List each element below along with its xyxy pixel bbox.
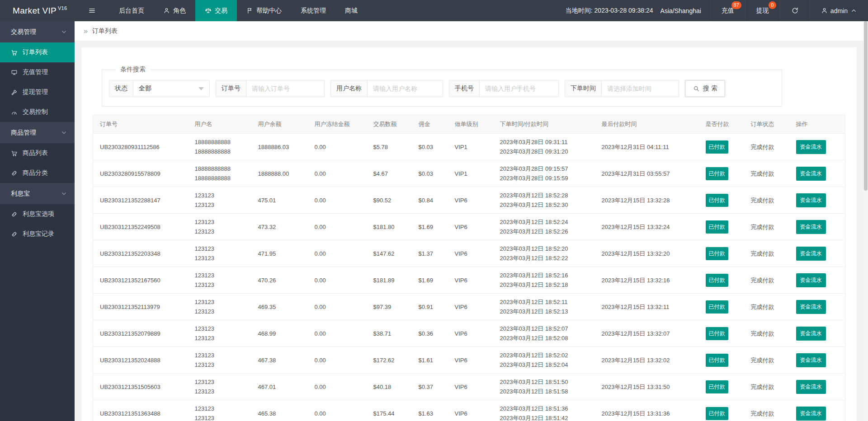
username-input[interactable] — [368, 80, 443, 97]
order-no-cell: UB2303121352024888 — [93, 347, 188, 374]
sidebar-item-withdraw-manage[interactable]: 提现管理 — [0, 82, 75, 102]
cart-icon — [11, 150, 18, 157]
order-time-input[interactable] — [602, 80, 679, 97]
nav-item-home[interactable]: 后台首页 — [109, 0, 154, 21]
column-header: 操作 — [789, 115, 845, 134]
local-time-text: 当地时间: 2023-03-28 09:38:24 — [566, 7, 653, 15]
vip-level-cell: VIP6 — [448, 320, 493, 347]
vip-level-cell: VIP1 — [448, 134, 493, 160]
vip-level-cell: VIP6 — [448, 374, 493, 400]
fund-flow-button[interactable]: 资金流水 — [796, 247, 826, 261]
breadcrumb-arrow-icon: » — [84, 27, 88, 35]
fund-flow-button[interactable]: 资金流水 — [796, 300, 826, 314]
frozen-amount-cell: 0.00 — [308, 374, 367, 400]
fund-flow-button[interactable]: 资金流水 — [796, 220, 826, 234]
balance-cell: 1888888.00 — [251, 160, 308, 187]
vip-level-cell: VIP6 — [448, 294, 493, 320]
sidebar-group-lixibao[interactable]: 利息宝 — [0, 183, 75, 204]
order-time-cell: 2023年03月28日 09:15:572023年03月28日 09:15:59 — [493, 160, 595, 187]
admin-username: admin — [830, 7, 848, 14]
fund-flow-button[interactable]: 资金流水 — [796, 380, 826, 394]
last-pay-time-cell: 2023年12月15日 13:32:02 — [595, 347, 699, 374]
withdraw-menu-item[interactable]: 提现 0 — [745, 0, 780, 21]
username-cell: 123123123123 — [188, 267, 251, 294]
page-scrollbar-thumb[interactable] — [864, 21, 868, 191]
fund-flow-button[interactable]: 资金流水 — [796, 167, 826, 181]
vip-level-cell: VIP6 — [448, 187, 493, 214]
fund-flow-button[interactable]: 资金流水 — [796, 327, 826, 341]
order-no-cell: UB2303280915578809 — [93, 160, 188, 187]
order-status-cell: 完成付款 — [744, 134, 789, 160]
order-list-card: 条件搜索 状态 全部 订单号 — [81, 47, 857, 421]
balance-cell: 467.01 — [251, 374, 308, 400]
nav-item-trade[interactable]: 交易 — [195, 0, 237, 21]
app-title: Market VIP — [13, 6, 57, 16]
order-no-cell: UB2303121352288147 — [93, 187, 188, 214]
sidebar-item-recharge-manage[interactable]: 充值管理 — [0, 62, 75, 82]
nav-item-label: 角色 — [173, 7, 186, 15]
order-status-cell: 完成付款 — [744, 400, 789, 421]
paid-status-badge: 已付款 — [706, 220, 728, 234]
sidebar-group-trade-manage[interactable]: 交易管理 — [0, 21, 75, 42]
commission-cell: $0.36 — [412, 320, 448, 347]
vip-level-cell: VIP6 — [448, 347, 493, 374]
sidebar-item-order-list[interactable]: 订单列表 — [0, 42, 75, 62]
local-time: 当地时间: 2023-03-28 09:38:24 Asia/Shanghai — [557, 0, 710, 21]
vip-level-cell: VIP6 — [448, 267, 493, 294]
commission-cell: $0.91 — [412, 294, 448, 320]
last-pay-time-cell: 2023年12月15日 13:32:28 — [595, 187, 699, 214]
sidebar-group-goods-manage[interactable]: 商品管理 — [0, 122, 75, 143]
balance-cell: 473.32 — [251, 214, 308, 240]
frozen-amount-cell: 0.00 — [308, 240, 367, 267]
orders-table-body: UB23032809311125861888888888818888888888… — [93, 134, 845, 421]
order-row: UB23032809311125861888888888818888888888… — [93, 134, 845, 160]
trade-amount-cell: $97.39 — [367, 294, 412, 320]
sidebar-item-lixibao-options[interactable]: 利息宝选项 — [0, 204, 75, 224]
order-no-input[interactable] — [246, 80, 324, 97]
order-row: UB2303121352203348123123123123471.950.00… — [93, 240, 845, 267]
admin-user-menu[interactable]: admin — [810, 0, 868, 21]
main-area: » 订单列表 条件搜索 状态 全部 — [75, 21, 868, 421]
column-header: 订单状态 — [744, 115, 789, 134]
nav-item-system[interactable]: 系统管理 — [291, 0, 335, 21]
phone-input[interactable] — [480, 80, 558, 97]
trade-amount-cell: $5.78 — [367, 134, 412, 160]
order-time-cell: 2023年03月28日 09:31:112023年03月28日 09:31:20 — [493, 134, 595, 160]
refresh-button[interactable] — [780, 0, 810, 21]
username-cell: 1888888888818888888888 — [188, 134, 251, 160]
sidebar-item-label: 提现管理 — [23, 88, 48, 96]
commission-cell: $1.69 — [412, 214, 448, 240]
fund-flow-button[interactable]: 资金流水 — [796, 273, 826, 287]
sidebar-item-goods-category[interactable]: 商品分类 — [0, 163, 75, 183]
page-scrollbar[interactable] — [863, 21, 868, 421]
recharge-menu-item[interactable]: 充值 87 — [710, 0, 745, 21]
cart-icon — [11, 49, 18, 56]
username-cell: 123123123123 — [188, 400, 251, 421]
refresh-icon — [791, 7, 799, 14]
action-cell: 资金流水 — [789, 240, 845, 267]
chevron-up-icon — [850, 7, 857, 14]
board-icon — [11, 69, 18, 76]
sidebar-item-lixibao-records[interactable]: 利息宝记录 — [0, 224, 75, 244]
column-header: 做单级别 — [448, 115, 493, 134]
nav-item-mall[interactable]: 商城 — [335, 0, 367, 21]
sidebar-collapse-button[interactable] — [75, 0, 109, 21]
chevron-down-icon — [61, 129, 67, 136]
order-no-cell: UB2303121352167560 — [93, 267, 188, 294]
paid-status-cell: 已付款 — [699, 347, 744, 374]
fund-flow-button[interactable]: 资金流水 — [796, 193, 826, 207]
fund-flow-button[interactable]: 资金流水 — [796, 407, 826, 421]
nav-item-label: 商城 — [345, 7, 358, 15]
fund-flow-button[interactable]: 资金流水 — [796, 353, 826, 367]
nav-item-roles[interactable]: 角色 — [154, 0, 195, 21]
status-select[interactable]: 全部 — [133, 80, 209, 97]
trade-amount-cell: $181.80 — [367, 214, 412, 240]
nav-item-help[interactable]: 帮助中心 — [237, 0, 291, 21]
search-button[interactable]: 搜 索 — [685, 80, 725, 97]
sidebar-item-trade-control[interactable]: 交易控制 — [0, 102, 75, 122]
orders-table-header-row: 订单号用户名用户余额用户冻结金额交易数额佣金做单级别下单时间/付款时间最后付款时… — [93, 115, 845, 134]
trade-amount-cell: $175.44 — [367, 400, 412, 421]
status-filter-label: 状态 — [109, 80, 133, 97]
sidebar-item-goods-list[interactable]: 商品列表 — [0, 143, 75, 163]
fund-flow-button[interactable]: 资金流水 — [796, 140, 826, 154]
